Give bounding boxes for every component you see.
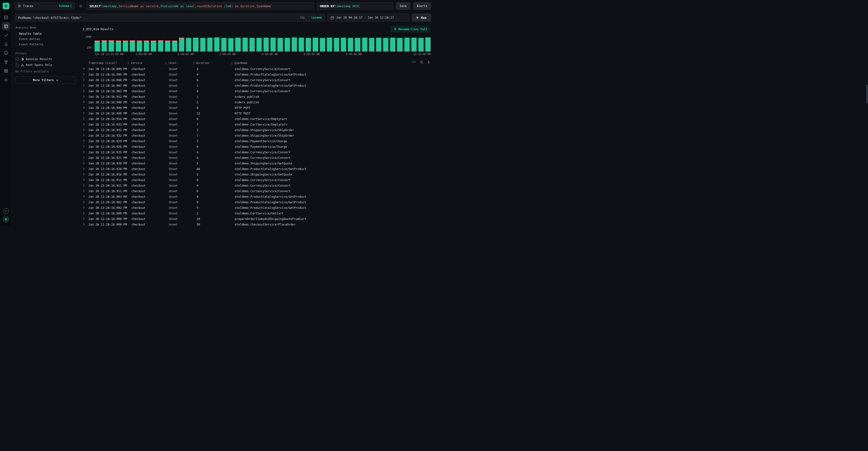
download-icon[interactable] bbox=[427, 60, 430, 63]
chevron-right-icon[interactable] bbox=[83, 190, 85, 193]
row-expand-cell[interactable] bbox=[83, 205, 89, 210]
chart-bar[interactable] bbox=[277, 38, 283, 51]
analysis-mode-event-patterns[interactable]: Event Patterns bbox=[16, 42, 76, 47]
table-row[interactable]: Jan 28 12:28:16.920 PMcheckoutUnset5otel… bbox=[83, 161, 431, 166]
chart-bar[interactable] bbox=[116, 40, 121, 51]
chevron-right-icon[interactable] bbox=[83, 145, 85, 148]
chart-bar[interactable] bbox=[306, 38, 311, 51]
chevron-right-icon[interactable] bbox=[83, 151, 85, 154]
table-row[interactable]: Jan 28 12:28:16.987 PMcheckoutUnset1otel… bbox=[83, 83, 431, 88]
row-expand-cell[interactable] bbox=[83, 88, 89, 94]
chart-bar[interactable] bbox=[383, 38, 389, 51]
row-expand-cell[interactable] bbox=[83, 111, 89, 116]
resume-live-tail-button[interactable]: Resume Live Tail bbox=[391, 26, 431, 33]
table-row[interactable]: Jan 28 12:28:16.911 PMcheckoutUnset4otel… bbox=[83, 183, 431, 188]
table-row[interactable]: Jan 28 12:28:16.900 PMcheckoutUnset29pre… bbox=[83, 216, 431, 222]
table-row[interactable]: Jan 28 12:28:16.902 PMcheckoutUnset9otel… bbox=[83, 199, 431, 205]
row-expand-cell[interactable] bbox=[83, 127, 89, 133]
chart-bar[interactable] bbox=[137, 40, 142, 51]
chart-bar[interactable] bbox=[158, 40, 163, 51]
chart-bar[interactable] bbox=[425, 37, 431, 51]
table-row[interactable]: Jan 28 12:28:16.940 PMcheckoutUnset12HTT… bbox=[83, 111, 431, 116]
chart-bar[interactable] bbox=[271, 38, 276, 51]
chart-bar[interactable] bbox=[285, 38, 290, 51]
drag-grip-icon[interactable] bbox=[231, 62, 232, 64]
chevron-right-icon[interactable] bbox=[83, 217, 85, 221]
row-expand-cell[interactable] bbox=[83, 155, 89, 161]
chart-bar[interactable] bbox=[193, 38, 198, 51]
chart-bar[interactable] bbox=[341, 38, 346, 51]
help-icon[interactable]: ? bbox=[3, 208, 9, 214]
chart-bar[interactable] bbox=[411, 38, 416, 51]
chart-bar[interactable] bbox=[355, 38, 360, 51]
table-row[interactable]: Jan 28 12:28:16.900 PMcheckoutUnset50ote… bbox=[83, 222, 431, 225]
filter-option[interactable]: Root Spans Only bbox=[16, 63, 76, 67]
chart-bar[interactable] bbox=[207, 38, 213, 51]
row-expand-cell[interactable] bbox=[83, 116, 89, 122]
table-row[interactable]: Jan 28 12:28:16.999 PMcheckoutUnset4otel… bbox=[83, 66, 431, 72]
row-expand-cell[interactable] bbox=[83, 194, 89, 199]
service-map-icon[interactable] bbox=[2, 58, 10, 66]
alerts-bell-icon[interactable] bbox=[2, 40, 10, 48]
chevron-right-icon[interactable] bbox=[83, 95, 85, 98]
chart-bar[interactable] bbox=[186, 38, 191, 51]
column-header-level[interactable]: level bbox=[165, 61, 193, 65]
search-input[interactable]: PodName:"checkout-675775c4cc-f2p9c" SQL … bbox=[15, 13, 325, 22]
row-expand-cell[interactable] bbox=[83, 94, 89, 100]
chart-bar[interactable] bbox=[362, 38, 367, 51]
chart-bar[interactable] bbox=[221, 38, 226, 51]
chevron-right-icon[interactable] bbox=[83, 79, 85, 82]
table-row[interactable]: Jan 28 12:28:16.983 PMcheckoutUnset4otel… bbox=[83, 88, 431, 94]
row-expand-cell[interactable] bbox=[83, 138, 89, 144]
user-avatar[interactable]: D bbox=[3, 216, 9, 223]
analysis-mode-results-table[interactable]: Results Table bbox=[16, 31, 76, 36]
chevron-right-icon[interactable] bbox=[83, 101, 85, 104]
table-row[interactable]: Jan 28 12:28:16.940 PMcheckoutUnset8HTTP… bbox=[83, 105, 431, 111]
run-button[interactable]: Run bbox=[412, 13, 431, 22]
chart-bar[interactable] bbox=[172, 40, 177, 51]
column-header-service[interactable]: service bbox=[128, 61, 165, 65]
row-expand-cell[interactable] bbox=[83, 105, 89, 111]
chevron-right-icon[interactable] bbox=[83, 156, 85, 160]
row-expand-cell[interactable] bbox=[83, 66, 89, 72]
row-expand-cell[interactable] bbox=[83, 222, 89, 225]
chevron-right-icon[interactable] bbox=[83, 184, 85, 187]
chart-bar[interactable] bbox=[200, 38, 206, 51]
analysis-mode-event-deltas[interactable]: Event Deltas bbox=[16, 36, 76, 42]
row-expand-cell[interactable] bbox=[83, 210, 89, 216]
table-row[interactable]: Jan 28 12:28:16.911 PMcheckoutUnset6otel… bbox=[83, 188, 431, 194]
chart-bar[interactable] bbox=[313, 38, 318, 51]
sessions-monitor-icon[interactable] bbox=[2, 49, 10, 57]
row-expand-cell[interactable] bbox=[83, 83, 89, 88]
chart-bar[interactable] bbox=[418, 38, 424, 51]
chart-bar[interactable] bbox=[334, 38, 339, 51]
column-header-timestamp-local-[interactable]: Timestamp (Local) bbox=[89, 61, 128, 65]
chart-bar[interactable] bbox=[101, 40, 107, 51]
chevron-right-icon[interactable] bbox=[83, 134, 85, 137]
chart-bar[interactable] bbox=[249, 38, 255, 51]
chevron-right-icon[interactable] bbox=[83, 212, 85, 215]
row-expand-cell[interactable] bbox=[83, 122, 89, 127]
drag-grip-icon[interactable] bbox=[165, 62, 167, 64]
chevron-right-icon[interactable] bbox=[83, 167, 85, 171]
chevron-right-icon[interactable] bbox=[83, 162, 85, 165]
table-row[interactable]: Jan 28 12:28:16.952 PMcheckoutUnset1orde… bbox=[83, 94, 431, 100]
chart-bar[interactable] bbox=[376, 38, 381, 51]
table-row[interactable]: Jan 28 12:28:16.925 PMcheckoutUnset4otel… bbox=[83, 149, 431, 155]
date-range-picker[interactable]: Jan 28 00:28:17 - Jan 28 12:28:17 bbox=[328, 13, 409, 22]
chevron-right-icon[interactable] bbox=[83, 206, 85, 209]
row-expand-cell[interactable] bbox=[83, 149, 89, 155]
chart-bar[interactable] bbox=[179, 38, 184, 51]
search-explorer-icon[interactable] bbox=[2, 22, 10, 30]
table-row[interactable]: Jan 28 12:28:16.932 PMcheckoutUnset1otel… bbox=[83, 133, 431, 138]
table-row[interactable]: Jan 28 12:28:16.934 PMcheckoutUnset6otel… bbox=[83, 116, 431, 122]
table-row[interactable]: Jan 28 12:28:16.918 PMcheckoutUnset66ote… bbox=[83, 166, 431, 172]
chart-bar[interactable] bbox=[108, 40, 114, 51]
sql-mode-button[interactable]: SQL bbox=[300, 16, 305, 19]
table-row[interactable]: Jan 28 12:28:16.926 PMcheckoutUnset6otel… bbox=[83, 144, 431, 149]
row-expand-cell[interactable] bbox=[83, 177, 89, 183]
alerts-button[interactable]: Alerts bbox=[413, 2, 431, 10]
row-expand-cell[interactable] bbox=[83, 199, 89, 205]
row-expand-cell[interactable] bbox=[83, 161, 89, 166]
lucene-mode-button[interactable]: Lucene bbox=[311, 16, 322, 19]
